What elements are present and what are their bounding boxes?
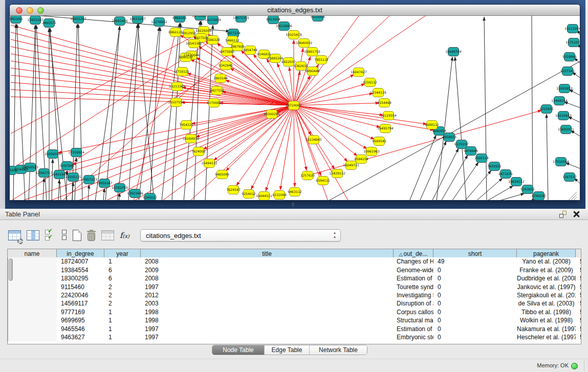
table-cell[interactable]: Nakamura et al. (1997) <box>517 325 576 333</box>
table-cell[interactable]: 5.3E-5 <box>576 325 581 333</box>
table-cell[interactable]: 22420046 <box>57 291 104 299</box>
graph-edge <box>203 105 294 149</box>
table-cell[interactable]: 1998 <box>141 308 394 316</box>
table-cell[interactable]: Stergiakouli et al. (2012) <box>517 291 576 299</box>
table-cell[interactable]: 2008 <box>141 274 394 282</box>
table-cell[interactable]: 5.3E-5 <box>576 308 581 316</box>
table-cell[interactable]: Estimation of significance thresholds fo… <box>394 274 433 282</box>
table-cell[interactable]: Investigating the contribution of common… <box>394 291 433 299</box>
tab-network-table[interactable]: Network Table <box>310 345 367 355</box>
table-cell[interactable]: 5.6E-5 <box>576 266 581 274</box>
table-cell[interactable]: Estimation of the future numbers of pati… <box>394 325 433 333</box>
table-cell[interactable]: 5.3E-5 <box>576 283 581 291</box>
table-cell[interactable]: 2 <box>104 299 141 308</box>
table-cell[interactable]: 18724007 <box>57 257 104 266</box>
table-cell[interactable]: 2008 <box>141 257 394 266</box>
table-cell[interactable]: 1997 <box>141 325 394 333</box>
table-cell[interactable]: 2003 <box>141 299 394 308</box>
table-cell[interactable]: 14569117 <box>57 299 104 308</box>
table-cell[interactable]: 6 <box>104 274 141 282</box>
select-columns-button[interactable]: ✓ ✓ <box>45 229 56 242</box>
table-cell[interactable]: 2 <box>104 291 141 299</box>
table-cell[interactable]: 1997 <box>141 283 394 291</box>
table-cell[interactable]: Jankovic et al. (1997) <box>517 283 576 291</box>
table-cell[interactable]: 0 <box>433 316 517 324</box>
table-cell[interactable]: 1 <box>104 333 141 341</box>
table-scrollbar[interactable] <box>8 257 57 341</box>
tab-edge-table[interactable]: Edge Table <box>265 345 310 355</box>
tab-node-table[interactable]: Node Table <box>212 345 265 355</box>
table-cell[interactable]: Hescheler et al. (1997) <box>517 333 576 341</box>
graph-node-label: 16961758 <box>304 50 320 53</box>
table-cell[interactable]: Embryonic stem cells: a model to study s… <box>394 333 433 341</box>
table-cell[interactable]: Tourette syndrome. Phenomenology and cla… <box>394 283 433 291</box>
table-selector-dropdown[interactable]: citations_edges.txt ▲▼ <box>140 229 341 242</box>
table-cell[interactable]: 1998 <box>141 316 394 324</box>
table-cell[interactable]: 2 <box>104 283 141 291</box>
table-cell[interactable]: 1 <box>104 257 141 266</box>
table-cell[interactable]: de Silva et al. (2003) <box>517 299 576 308</box>
graph-node-label: 16648784 <box>445 50 462 53</box>
table-cell[interactable]: 9465546 <box>57 325 104 333</box>
function-builder-button[interactable]: f(x) <box>120 229 129 242</box>
network-canvas[interactable]: 8461065129552872495572169552872069140610… <box>10 16 580 201</box>
graph-node-label: 8471676 <box>498 172 513 176</box>
table-cell[interactable]: 0 <box>433 266 517 274</box>
table-cell[interactable]: 0 <box>433 283 517 291</box>
table-cell[interactable]: 6 <box>104 266 141 274</box>
table-cell[interactable]: 0 <box>433 308 517 316</box>
show-columns-button[interactable] <box>27 229 39 242</box>
table-cell[interactable]: 1 <box>104 308 141 316</box>
table-cell[interactable]: 5.9E-5 <box>576 274 581 282</box>
graph-node-label: 8216112 <box>363 80 377 84</box>
table-cell[interactable]: 0 <box>433 274 517 282</box>
delete-table-button[interactable] <box>87 229 96 242</box>
table-cell[interactable]: 2009 <box>141 266 394 274</box>
table-cell[interactable]: 9115460 <box>57 283 104 291</box>
import-table-icon <box>101 230 114 240</box>
new-table-button[interactable] <box>73 229 81 242</box>
close-panel-icon[interactable] <box>573 210 580 217</box>
table-cell[interactable]: 0 <box>433 291 517 299</box>
window-titlebar[interactable]: citations_edges.txt <box>10 5 580 16</box>
memory-ok-indicator[interactable] <box>571 363 578 369</box>
graph-node-label: 7857224 <box>226 31 241 35</box>
status-separator <box>584 360 584 371</box>
table-cell[interactable]: 18300295 <box>57 274 104 282</box>
table-cell[interactable]: 1997 <box>141 333 394 341</box>
table-cell[interactable]: 1 <box>104 316 141 324</box>
table-panel-header[interactable]: Table Panel <box>0 209 588 220</box>
table-cell[interactable]: 2012 <box>141 291 394 299</box>
node-table[interactable]: namein_degreeyeartitle△out_de...shortpag… <box>7 249 581 344</box>
table-cell[interactable]: Structural magnetic resonance image aver… <box>394 316 433 324</box>
row-height-button[interactable] <box>62 229 67 242</box>
table-cell[interactable]: 9463627 <box>57 333 104 341</box>
table-cell[interactable]: 5.3E-5 <box>576 257 581 266</box>
table-cell[interactable]: 19384554 <box>57 266 104 274</box>
table-cell[interactable]: Dudbridge et al. (2008) <box>517 274 576 282</box>
table-cell[interactable]: 49 <box>433 257 517 266</box>
table-cell[interactable]: Genome-wide association studies in ADHD. <box>394 266 433 274</box>
table-cell[interactable]: Franke et al. (2009) <box>517 266 576 274</box>
table-cell[interactable]: Changes of HCN gene expression and I(f) … <box>394 257 433 266</box>
table-cell[interactable]: 5.5E-5 <box>576 291 581 299</box>
table-cell[interactable]: 0 <box>433 325 517 333</box>
table-cell[interactable]: Disruption of a novel member of a sodium… <box>394 299 433 308</box>
scrollbar-thumb[interactable] <box>9 258 13 281</box>
table-cell[interactable]: Wolkin et al. (1998) <box>517 316 576 324</box>
table-cell[interactable]: Tibbo et al. (1998) <box>517 308 576 316</box>
graph-edge <box>58 105 294 153</box>
table-cell[interactable]: 5.3E-5 <box>576 316 581 324</box>
table-cell[interactable]: 1 <box>104 325 141 333</box>
table-cell[interactable]: 9699695 <box>57 316 104 324</box>
table-cell[interactable]: 0 <box>433 299 517 308</box>
table-cell[interactable]: 0 <box>433 333 517 341</box>
table-settings-button[interactable] <box>8 229 21 242</box>
table-cell[interactable]: Corpus callosum shape and size in male p… <box>394 308 433 316</box>
table-cell[interactable]: 5.3E-5 <box>576 333 581 341</box>
table-cell[interactable]: Yano et al. (2008) <box>517 257 576 266</box>
network-window[interactable]: citations_edges.txt 84610651295528724955… <box>9 4 580 201</box>
table-cell[interactable]: 9777169 <box>57 308 104 316</box>
float-panel-icon[interactable] <box>559 211 567 218</box>
table-cell[interactable]: 5.3E-5 <box>576 299 581 308</box>
